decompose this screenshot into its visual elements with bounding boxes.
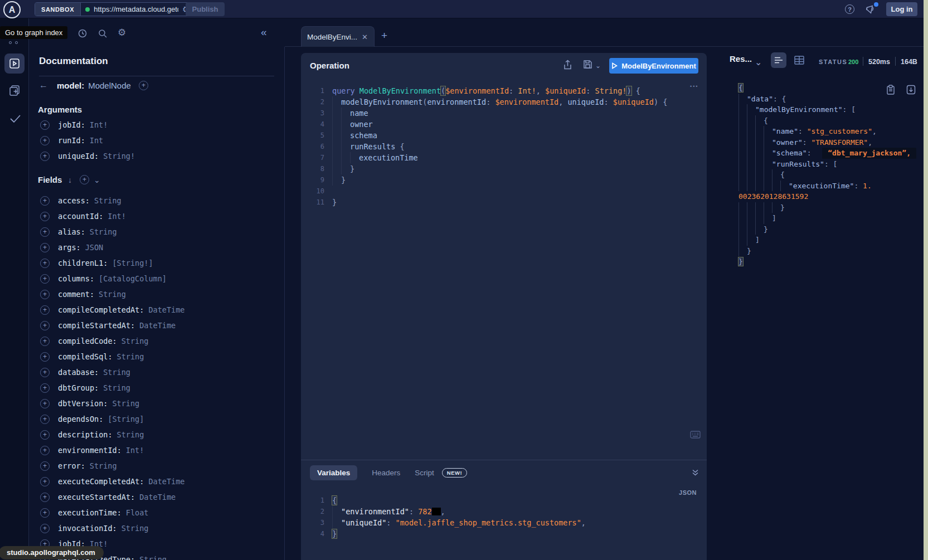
add-to-query-button[interactable]: + xyxy=(40,321,50,330)
new-tab-button[interactable]: + xyxy=(381,30,387,42)
publish-button[interactable]: Publish xyxy=(186,2,225,16)
add-to-query-button[interactable]: + xyxy=(40,446,50,455)
doc-field-row[interactable]: +compileStartedAt:DateTime xyxy=(29,318,284,333)
field-name[interactable]: database: xyxy=(58,368,99,377)
add-to-query-button[interactable]: + xyxy=(40,352,50,362)
close-tab-icon[interactable]: ✕ xyxy=(362,33,368,41)
field-type[interactable]: String! xyxy=(103,152,135,160)
field-name[interactable]: executeCompletedAt: xyxy=(58,477,144,486)
doc-field-row[interactable]: +dependsOn:[String] xyxy=(29,411,284,427)
doc-field-row[interactable]: +args:JSON xyxy=(29,240,284,255)
variables-divider[interactable] xyxy=(301,460,707,460)
add-to-query-button[interactable]: + xyxy=(40,212,50,221)
operation-code-editor[interactable]: 1query ModelByEnvironment($environmentId… xyxy=(301,85,707,208)
doc-field-row[interactable]: +dbtVersion:String xyxy=(29,396,284,411)
tab-script[interactable]: Script xyxy=(415,469,434,477)
doc-argument-row[interactable]: +jobId:Int! xyxy=(29,117,284,133)
apollo-logo[interactable]: A xyxy=(3,1,21,18)
field-name[interactable]: environmentId: xyxy=(58,446,122,455)
field-type[interactable]: Int! xyxy=(90,120,108,129)
field-type[interactable]: String xyxy=(122,524,149,533)
field-name[interactable]: comment: xyxy=(58,290,94,299)
collapse-sidebar-icon[interactable]: « xyxy=(261,26,267,38)
add-to-query-button[interactable]: + xyxy=(40,274,50,284)
field-type[interactable]: [String] xyxy=(108,415,144,423)
field-name[interactable]: compiledSql: xyxy=(58,352,113,361)
field-name[interactable]: childrenL1: xyxy=(58,259,108,267)
add-to-query-button[interactable]: + xyxy=(40,415,50,424)
field-type[interactable]: String xyxy=(117,352,144,361)
field-name[interactable]: access: xyxy=(58,196,90,205)
add-to-query-button[interactable]: + xyxy=(40,305,50,315)
field-type[interactable]: String xyxy=(90,227,117,236)
field-name[interactable]: executeStartedAt: xyxy=(58,493,135,501)
add-to-query-button[interactable]: + xyxy=(40,368,50,377)
doc-argument-row[interactable]: +runId:Int xyxy=(29,133,284,148)
field-type[interactable]: Int! xyxy=(108,212,126,221)
response-body[interactable]: {"data": {"modelByEnvironment": [{"name"… xyxy=(738,82,922,267)
field-name[interactable]: dbtVersion: xyxy=(58,399,108,408)
doc-field-row[interactable]: +compiledSql:String xyxy=(29,349,284,364)
doc-field-row[interactable]: +alias:String xyxy=(29,224,284,240)
field-type[interactable]: String xyxy=(103,383,130,392)
add-to-query-button[interactable]: + xyxy=(40,383,50,393)
doc-field-row[interactable]: +environmentId:Int! xyxy=(29,442,284,458)
field-name[interactable]: alias: xyxy=(58,227,85,236)
field-name[interactable]: dbtGroup: xyxy=(58,383,99,392)
field-type[interactable]: String xyxy=(103,368,130,377)
history-icon[interactable] xyxy=(77,28,88,38)
field-type[interactable]: DateTime xyxy=(148,305,184,314)
tab-variables[interactable]: Variables xyxy=(310,465,357,480)
add-to-query-button[interactable]: + xyxy=(40,243,50,252)
doc-field-row[interactable]: +accountId:Int! xyxy=(29,208,284,224)
doc-field-row[interactable]: +compileCompletedAt:DateTime xyxy=(29,302,284,318)
field-name[interactable]: compiledCode: xyxy=(58,337,117,345)
add-to-query-button[interactable]: + xyxy=(40,337,50,346)
doc-field-row[interactable]: +dbtGroup:String xyxy=(29,380,284,396)
doc-field-row[interactable]: +error:String xyxy=(29,458,284,474)
field-type[interactable]: DateTime xyxy=(139,321,176,330)
field-type[interactable]: Float xyxy=(126,508,149,517)
field-name[interactable]: description: xyxy=(58,430,113,439)
field-name[interactable]: error: xyxy=(58,461,85,470)
doc-field-row[interactable]: +executeCompletedAt:DateTime xyxy=(29,474,284,489)
sidebar-item-explorer[interactable] xyxy=(4,53,25,74)
table-view-toggle-button[interactable] xyxy=(794,56,804,65)
search-icon[interactable] xyxy=(98,28,108,38)
field-name[interactable]: uniqueId: xyxy=(58,152,99,160)
keyboard-shortcuts-icon[interactable] xyxy=(690,431,701,439)
sort-fields-icon[interactable]: ↓ xyxy=(68,176,72,184)
field-type[interactable]: String xyxy=(122,337,149,345)
doc-field-row[interactable]: +childrenL1:[String!] xyxy=(29,255,284,271)
field-name[interactable]: dependsOn: xyxy=(58,415,103,423)
sidebar-item-checks[interactable] xyxy=(8,113,22,124)
add-to-query-button[interactable]: + xyxy=(40,508,50,518)
field-name[interactable]: accountId: xyxy=(58,212,103,221)
field-type[interactable]: DateTime xyxy=(148,477,184,486)
add-to-query-button[interactable]: + xyxy=(40,290,50,299)
field-type[interactable]: [String!] xyxy=(112,259,153,267)
doc-field-row[interactable]: +comment:String xyxy=(29,286,284,302)
add-to-query-button[interactable]: + xyxy=(40,461,50,471)
breadcrumb-type[interactable]: ModelNode xyxy=(88,81,131,90)
save-menu-chevron-icon[interactable]: ⌄ xyxy=(595,62,601,70)
raw-view-toggle-button[interactable] xyxy=(771,52,786,68)
settings-gear-icon[interactable]: ⚙ xyxy=(118,27,126,38)
share-icon[interactable] xyxy=(563,60,572,70)
doc-argument-row[interactable]: +uniqueId:String! xyxy=(29,148,284,164)
field-name[interactable]: compileCompletedAt: xyxy=(58,305,144,314)
endpoint-url-text[interactable]: https://metadata.cloud.getd xyxy=(94,5,178,13)
add-to-query-button[interactable]: + xyxy=(40,196,50,206)
sandbox-badge[interactable]: SANDBOX xyxy=(35,3,81,16)
add-to-query-button[interactable]: + xyxy=(40,477,50,486)
response-menu-chevron-icon[interactable]: ⌄ xyxy=(755,57,762,67)
doc-field-row[interactable]: +compiledCode:String xyxy=(29,333,284,349)
back-arrow-icon[interactable]: ← xyxy=(39,80,57,90)
collapse-variables-icon[interactable] xyxy=(691,469,699,476)
save-icon[interactable] xyxy=(583,60,592,69)
field-name[interactable]: jobId: xyxy=(58,120,85,129)
add-to-query-button[interactable]: + xyxy=(40,399,50,408)
field-name[interactable]: executionTime: xyxy=(58,508,122,517)
add-to-query-button[interactable]: + xyxy=(40,120,50,130)
field-type[interactable]: String xyxy=(99,290,126,299)
